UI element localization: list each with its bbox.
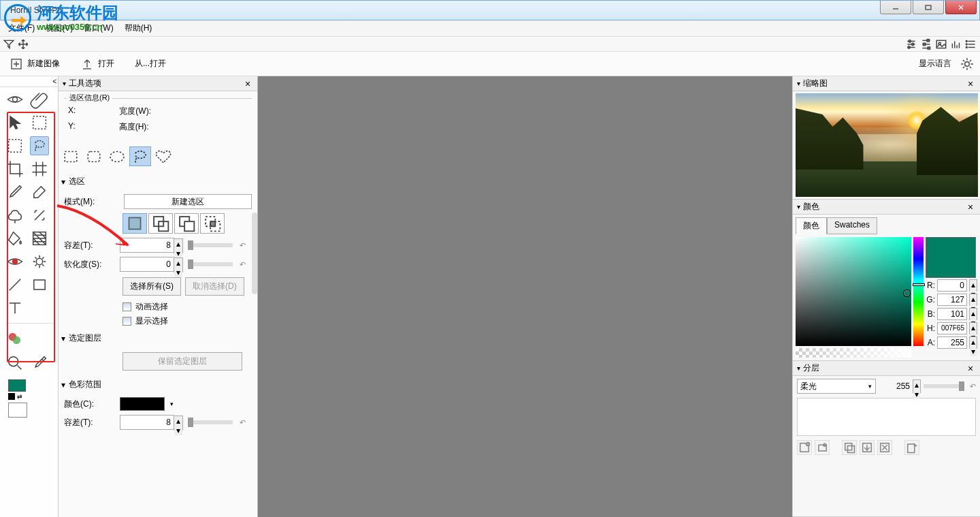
show-select-checkbox[interactable] bbox=[122, 317, 131, 326]
swap-colors-icon[interactable]: ⇄ bbox=[17, 393, 22, 400]
softness-slider[interactable] bbox=[189, 262, 233, 266]
g-spin[interactable]: ▴▾ bbox=[969, 294, 977, 306]
default-colors-icon[interactable] bbox=[8, 393, 15, 400]
tolerance-reset-icon[interactable]: ↶ bbox=[240, 241, 246, 250]
tool-eraser[interactable] bbox=[30, 183, 49, 202]
tool-rectangle[interactable] bbox=[30, 275, 49, 294]
sv-picker[interactable] bbox=[796, 237, 911, 346]
shape-lasso[interactable] bbox=[129, 146, 151, 166]
open-button[interactable]: 打开 bbox=[76, 54, 118, 74]
chevron-down-icon[interactable]: ▾ bbox=[797, 80, 800, 87]
current-color-swatch[interactable] bbox=[926, 237, 976, 278]
canvas-area[interactable] bbox=[258, 76, 792, 517]
move-icon[interactable] bbox=[17, 39, 29, 50]
histogram-icon[interactable] bbox=[950, 39, 962, 50]
opacity-spin[interactable]: ▴▾ bbox=[913, 379, 921, 393]
alpha-slider[interactable] bbox=[796, 348, 911, 358]
sliders-icon[interactable] bbox=[905, 39, 917, 50]
a-input[interactable]: 255 bbox=[937, 336, 967, 349]
tool-marquee-dashed[interactable] bbox=[30, 113, 49, 132]
duplicate-layer-button[interactable] bbox=[842, 440, 857, 455]
tool-grid[interactable] bbox=[30, 159, 49, 178]
deselect-button[interactable]: 取消选择(D) bbox=[185, 277, 244, 296]
new-group-button[interactable] bbox=[815, 440, 830, 455]
section-selected-layer[interactable]: ▾选定图层 bbox=[61, 330, 252, 347]
opacity-slider[interactable] bbox=[924, 384, 963, 388]
tool-bucket[interactable] bbox=[5, 229, 24, 248]
tolerance-input[interactable]: 8▴▾ bbox=[120, 238, 174, 253]
chevron-down-icon[interactable]: ▾ bbox=[63, 80, 66, 87]
filter-icon[interactable] bbox=[3, 39, 15, 50]
cr-color-swatch[interactable] bbox=[120, 397, 165, 411]
tool-heal[interactable] bbox=[30, 206, 49, 225]
keep-selected-layer-button[interactable]: 保留选定图层 bbox=[122, 352, 242, 371]
cr-color-dd-icon[interactable]: ▾ bbox=[170, 401, 174, 407]
settings-gear-button[interactable] bbox=[960, 57, 975, 72]
shape-rounded-rect[interactable] bbox=[83, 146, 105, 166]
g-input[interactable]: 127 bbox=[937, 294, 967, 306]
menu-help[interactable]: 帮助(H) bbox=[119, 21, 158, 35]
delete-layer-button[interactable] bbox=[877, 440, 892, 455]
tool-redeye[interactable] bbox=[5, 252, 24, 271]
section-color-range[interactable]: ▾色彩范围 bbox=[61, 376, 252, 393]
adjust-icon[interactable] bbox=[920, 39, 932, 50]
r-spin[interactable]: ▴▾ bbox=[969, 279, 977, 292]
tool-zoom[interactable] bbox=[5, 354, 24, 373]
tool-eyedropper[interactable] bbox=[30, 354, 49, 373]
merge-down-button[interactable] bbox=[860, 440, 875, 455]
foreground-color-swatch[interactable] bbox=[8, 379, 26, 392]
color-tab-color[interactable]: 颜色 bbox=[796, 217, 827, 234]
new-layer-button[interactable] bbox=[797, 440, 812, 455]
mode-new[interactable] bbox=[122, 213, 147, 234]
close-button[interactable] bbox=[945, 1, 977, 14]
b-input[interactable]: 101 bbox=[937, 308, 967, 320]
opacity-reset-icon[interactable]: ↶ bbox=[970, 382, 976, 391]
chevron-down-icon[interactable]: ▾ bbox=[797, 203, 800, 210]
shape-rect-dashed[interactable] bbox=[60, 146, 82, 166]
mode-dropdown[interactable]: 新建选区 bbox=[124, 194, 252, 209]
chevron-down-icon[interactable]: ▾ bbox=[797, 364, 800, 372]
b-spin[interactable]: ▴▾ bbox=[969, 308, 977, 320]
tool-pointer[interactable] bbox=[5, 113, 24, 132]
softness-reset-icon[interactable]: ↶ bbox=[240, 260, 246, 269]
h-input[interactable]: 007F65 bbox=[937, 322, 967, 334]
maximize-button[interactable] bbox=[913, 1, 944, 14]
blend-mode-select[interactable]: 柔光 ▾ bbox=[797, 379, 876, 394]
close-layers-panel[interactable]: × bbox=[965, 363, 976, 374]
tool-dodge[interactable] bbox=[30, 252, 49, 271]
cr-tolerance-slider[interactable] bbox=[189, 420, 233, 424]
tool-text[interactable] bbox=[5, 298, 24, 317]
color-tab-swatches[interactable]: Swatches bbox=[827, 217, 877, 234]
section-selection[interactable]: ▾选区 bbox=[61, 173, 252, 190]
mode-subtract[interactable] bbox=[174, 213, 199, 234]
close-panel-button[interactable]: × bbox=[242, 78, 253, 89]
collapse-left-icon[interactable]: < bbox=[52, 78, 56, 85]
close-color-panel[interactable]: × bbox=[965, 202, 976, 213]
mode-intersect[interactable] bbox=[200, 213, 225, 234]
mode-add[interactable] bbox=[148, 213, 173, 234]
background-color-swatch[interactable] bbox=[8, 403, 27, 418]
tool-gradient[interactable] bbox=[5, 329, 24, 348]
tolerance-slider[interactable] bbox=[189, 243, 233, 247]
close-thumb-panel[interactable]: × bbox=[965, 78, 976, 89]
tool-line[interactable] bbox=[5, 275, 24, 294]
tool-clone[interactable] bbox=[5, 206, 24, 225]
layer-props-button[interactable] bbox=[904, 440, 919, 455]
tool-lasso[interactable] bbox=[30, 136, 49, 155]
tool-view[interactable] bbox=[5, 90, 24, 109]
shape-heart[interactable] bbox=[152, 146, 174, 166]
menu-file[interactable]: 文件(F) bbox=[3, 21, 40, 35]
select-all-button[interactable]: 选择所有(S) bbox=[122, 277, 181, 296]
cr-tolerance-reset-icon[interactable]: ↶ bbox=[240, 418, 246, 427]
list-icon[interactable] bbox=[965, 39, 977, 50]
tool-pattern[interactable] bbox=[30, 229, 49, 248]
tool-attachment[interactable] bbox=[30, 90, 49, 109]
hue-slider[interactable] bbox=[913, 237, 924, 346]
tool-crop[interactable] bbox=[5, 159, 24, 178]
tool-brush[interactable] bbox=[5, 183, 24, 202]
h-spin[interactable]: ▴▾ bbox=[969, 322, 977, 334]
shape-ellipse[interactable] bbox=[106, 146, 128, 166]
cr-tolerance-input[interactable]: 8▴▾ bbox=[120, 415, 174, 430]
menu-view[interactable]: 视图(V) bbox=[40, 21, 78, 35]
menu-window[interactable]: 窗口(W) bbox=[78, 21, 118, 35]
